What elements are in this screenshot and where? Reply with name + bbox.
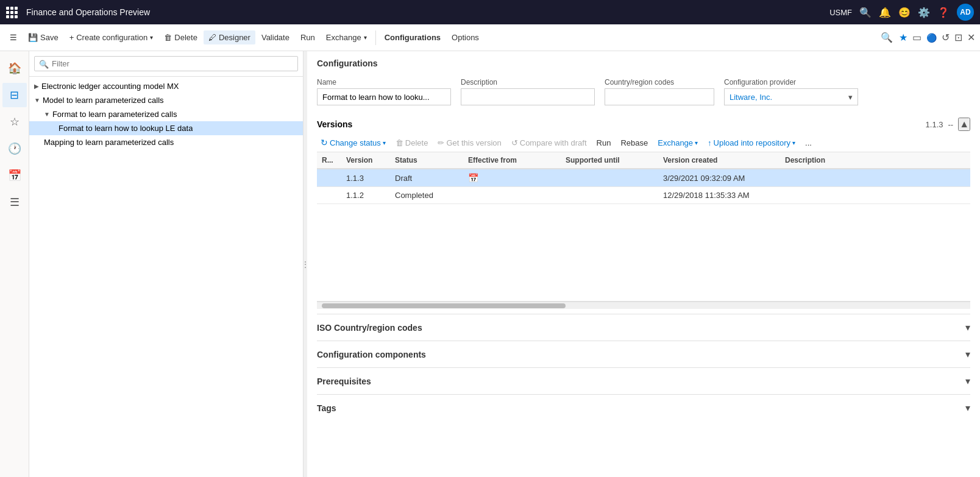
ver-rebase-button[interactable]: Rebase xyxy=(617,136,652,149)
section-prerequisites-chevron: ▾ xyxy=(965,375,970,387)
save-button[interactable]: 💾 Save xyxy=(23,30,63,44)
section-config-components-header[interactable]: Configuration components ▾ xyxy=(317,341,970,367)
sidebar-list-button[interactable]: ☰ xyxy=(2,190,27,214)
ver-run-button[interactable]: Run xyxy=(593,136,615,149)
toolbar-right-icons: ★ ▭ 🔵 ↺ ⊡ ✕ xyxy=(899,32,975,43)
calendar-icon-0[interactable]: 📅 xyxy=(468,173,478,183)
description-input[interactable] xyxy=(461,88,595,105)
section-prerequisites: Prerequisites ▾ xyxy=(317,367,970,394)
title-bar: Finance and Operations Preview USMF 🔍 🔔 … xyxy=(0,0,980,24)
validate-button[interactable]: Validate xyxy=(257,30,294,44)
ver-delete-button[interactable]: 🗑 Delete xyxy=(392,136,432,149)
tree-body: ▶ Electronic ledger accounting model MX … xyxy=(29,77,303,477)
form-field-country: Country/region codes xyxy=(605,78,714,105)
col-header-created: Version created xyxy=(658,152,780,169)
tree-filter-input[interactable] xyxy=(34,56,298,71)
sidebar-home-button[interactable]: 🏠 xyxy=(2,56,27,80)
get-version-button[interactable]: ✏ Get this version xyxy=(434,136,505,149)
scrollbar-thumb[interactable] xyxy=(322,303,566,308)
tree-toggle-model-parameterized[interactable]: ▼ xyxy=(34,97,40,104)
table-row[interactable]: 1.1.2 Completed 12/29/2018 11:35:33 AM xyxy=(317,187,970,204)
tree-item-format-lookup[interactable]: Format to learn how to lookup LE data xyxy=(29,121,303,135)
plus-icon: + xyxy=(69,33,74,42)
section-tags-header[interactable]: Tags ▾ xyxy=(317,395,970,421)
toolbar-notify-icon[interactable]: 🔵 xyxy=(926,33,937,43)
sidebar-filter-button[interactable]: ⊟ xyxy=(2,83,27,107)
upload-dropdown-arrow: ▾ xyxy=(792,140,795,146)
smiley-icon[interactable]: 😊 xyxy=(898,7,911,18)
section-config-components-title: Configuration components xyxy=(317,350,426,359)
tree-item-format-parameterized[interactable]: ▼ Format to learn parameterized calls xyxy=(29,107,303,121)
form-label-provider: Configuration provider xyxy=(724,78,858,87)
options-button[interactable]: Options xyxy=(447,30,484,44)
upload-icon: ↑ xyxy=(708,138,712,147)
section-iso-country-chevron: ▾ xyxy=(965,322,970,333)
run-button[interactable]: Run xyxy=(296,30,320,44)
section-config-components: Configuration components ▾ xyxy=(317,341,970,367)
cell-created-0: 3/29/2021 09:32:09 AM xyxy=(658,169,780,187)
tree-item-mapping-parameterized[interactable]: Mapping to learn parameterized calls xyxy=(29,135,303,149)
bell-icon[interactable]: 🔔 xyxy=(879,7,891,18)
compare-draft-button[interactable]: ↺ Compare with draft xyxy=(508,136,591,149)
section-iso-country-header[interactable]: ISO Country/region codes ▾ xyxy=(317,314,970,341)
toolbar-close-icon[interactable]: ✕ xyxy=(967,32,975,43)
sidebar-recent-button[interactable]: 🕐 xyxy=(2,136,27,161)
change-status-button[interactable]: ↻ Change status ▾ xyxy=(317,136,389,149)
provider-dropdown-icon[interactable]: ▾ xyxy=(848,93,853,102)
configurations-button[interactable]: Configurations xyxy=(380,30,446,44)
versions-collapse-button[interactable]: ▲ xyxy=(958,118,970,131)
create-config-button[interactable]: + Create configuration ▾ xyxy=(65,30,158,44)
ver-exchange-button[interactable]: Exchange ▾ xyxy=(654,136,701,149)
table-scrollbar[interactable] xyxy=(317,302,970,309)
versions-table-header-row: R... Version Status Effective from Suppo… xyxy=(317,152,970,169)
toolbar-refresh-icon[interactable]: ↺ xyxy=(942,32,950,43)
sidebar-star-button[interactable]: ☆ xyxy=(2,110,27,134)
sidebar-icons: 🏠 ⊟ ☆ 🕐 📅 ☰ xyxy=(0,51,29,477)
delete-icon: 🗑 xyxy=(164,33,172,42)
exchange-button[interactable]: Exchange ▾ xyxy=(321,30,372,44)
name-input[interactable] xyxy=(317,88,451,105)
section-iso-country-title: ISO Country/region codes xyxy=(317,323,422,333)
toolbar-separator xyxy=(375,30,376,45)
delete-button[interactable]: 🗑 Delete xyxy=(159,30,202,44)
tree-toggle-format-parameterized[interactable]: ▼ xyxy=(44,111,50,118)
search-toolbar-icon[interactable]: 🔍 xyxy=(881,32,893,43)
tree-toggle-electronic-ledger[interactable]: ▶ xyxy=(34,83,39,90)
designer-button[interactable]: 🖊 Designer xyxy=(204,30,255,44)
settings-icon[interactable]: ⚙️ xyxy=(918,7,930,18)
search-icon[interactable]: 🔍 xyxy=(859,7,872,18)
app-grid-icon[interactable] xyxy=(6,7,18,18)
toolbar-panel-icon[interactable]: ▭ xyxy=(912,32,921,43)
version-display: 1.1.3 xyxy=(926,120,943,129)
col-header-status: Status xyxy=(390,152,463,169)
tree-item-label-format-lookup: Format to learn how to lookup LE data xyxy=(59,124,193,133)
section-config-components-chevron: ▾ xyxy=(965,348,970,360)
exchange-dropdown-arrow: ▾ xyxy=(364,34,367,41)
help-icon[interactable]: ❓ xyxy=(937,7,950,18)
cell-r-1 xyxy=(317,187,341,204)
sidebar-calendar-button[interactable]: 📅 xyxy=(2,163,27,188)
table-row[interactable]: 1.1.3 Draft 📅 3/29/2021 09:32:09 AM xyxy=(317,169,970,187)
col-header-supported: Supported until xyxy=(561,152,658,169)
tree-item-electronic-ledger[interactable]: ▶ Electronic ledger accounting model MX xyxy=(29,79,303,93)
toolbar-maximize-icon[interactable]: ⊡ xyxy=(954,32,962,43)
versions-toolbar: ↻ Change status ▾ 🗑 Delete ✏ Get this ve… xyxy=(317,133,970,152)
versions-table-head: R... Version Status Effective from Suppo… xyxy=(317,152,970,169)
cell-created-1: 12/29/2018 11:35:33 AM xyxy=(658,187,780,204)
hamburger-button[interactable]: ☰ xyxy=(5,30,22,44)
section-tags-chevron: ▾ xyxy=(965,402,970,414)
cell-desc-1 xyxy=(780,187,970,204)
upload-repository-button[interactable]: ↑ Upload into repository ▾ xyxy=(704,136,799,149)
section-prerequisites-header[interactable]: Prerequisites ▾ xyxy=(317,368,970,394)
designer-icon: 🖊 xyxy=(208,33,216,42)
compare-icon: ↺ xyxy=(511,138,518,147)
toolbar-fav-icon[interactable]: ★ xyxy=(899,32,907,43)
tree-filter-wrap: 🔍 xyxy=(34,56,298,71)
country-input[interactable] xyxy=(605,88,714,105)
tree-item-model-parameterized[interactable]: ▼ Model to learn parameterized calls xyxy=(29,93,303,107)
more-options-button[interactable]: ... xyxy=(801,136,815,149)
provider-value: Litware, Inc. xyxy=(730,93,848,102)
versions-table-body: 1.1.3 Draft 📅 3/29/2021 09:32:09 AM 1.1. xyxy=(317,169,970,204)
hamburger-icon: ☰ xyxy=(10,33,17,42)
avatar[interactable]: AD xyxy=(957,4,974,21)
